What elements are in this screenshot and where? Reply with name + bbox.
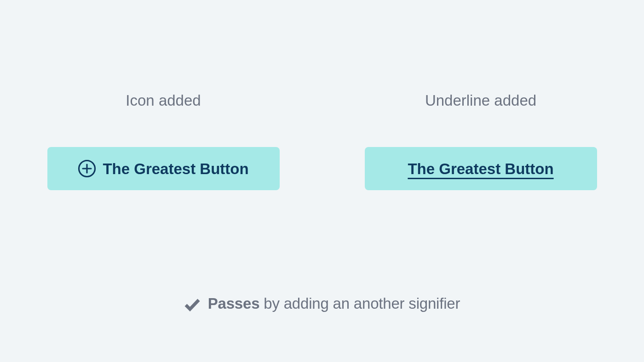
status-footer: Passes by adding an another signifier <box>0 295 644 312</box>
column-underline-added: Underline added The Greatest Button <box>361 92 600 190</box>
button-label: The Greatest Button <box>408 161 553 176</box>
status-text-rest: by adding an another signifier <box>259 295 460 312</box>
example-columns: Icon added The Greatest Button Underline… <box>0 0 644 190</box>
check-icon <box>184 296 201 313</box>
status-text-bold: Passes <box>208 295 260 312</box>
button-label: The Greatest Button <box>103 161 248 176</box>
plus-circle-icon <box>78 159 96 178</box>
column-label-icon-added: Icon added <box>126 92 201 109</box>
greatest-button-with-icon[interactable]: The Greatest Button <box>47 147 280 190</box>
greatest-button-with-underline[interactable]: The Greatest Button <box>365 147 597 190</box>
column-label-underline-added: Underline added <box>425 92 536 109</box>
status-text: Passes by adding an another signifier <box>208 295 460 312</box>
column-icon-added: Icon added The Greatest Button <box>44 92 283 190</box>
